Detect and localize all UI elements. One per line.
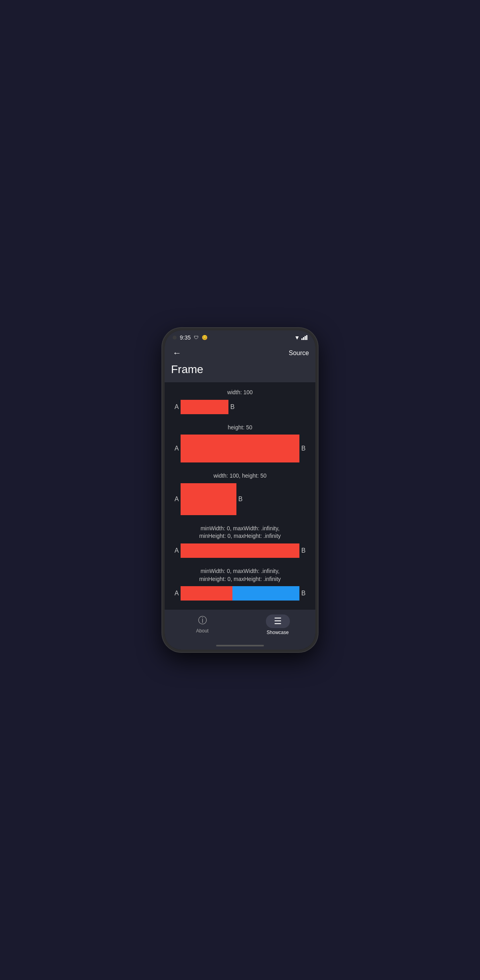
red-box-5 <box>181 586 232 601</box>
status-time: 9:35 <box>180 334 191 341</box>
showcase-icon-bg: ☰ <box>266 614 290 628</box>
nav-item-showcase[interactable]: ☰ Showcase <box>240 613 315 637</box>
home-indicator <box>165 645 315 650</box>
about-icon-bg: ⓘ <box>198 614 207 626</box>
demo-row-1: A B <box>165 400 315 414</box>
demo-section-4: minWidth: 0, maxWidth: .infinity,minHeig… <box>165 525 315 558</box>
camera-dot <box>173 336 177 340</box>
label-b-2: B <box>299 445 307 452</box>
showcase-icon: ☰ <box>274 616 282 626</box>
label-b-1: B <box>228 403 236 411</box>
app-bar: ← Source Frame <box>165 343 315 382</box>
shield-icon: 🛡 <box>194 335 199 340</box>
demo-section-1: width: 100 A B <box>165 389 315 414</box>
page-title: Frame <box>171 363 309 376</box>
demo-section-3: width: 100, height: 50 A B <box>165 472 315 515</box>
red-box-4 <box>181 543 299 558</box>
label-b-3: B <box>236 496 244 503</box>
phone-shell: 9:35 🛡 😊 ▼ ← Source Frame width: 100 <box>162 328 318 652</box>
label-a-5: A <box>173 590 181 597</box>
label-a-1: A <box>173 403 181 411</box>
demo-label-4: minWidth: 0, maxWidth: .infinity,minHeig… <box>165 525 315 540</box>
demo-row-2: A B <box>165 435 315 462</box>
demo-section-2: height: 50 A B <box>165 424 315 463</box>
label-b-4: B <box>299 547 307 554</box>
main-content[interactable]: width: 100 A B height: 50 A B width: 100… <box>165 382 315 610</box>
home-bar <box>216 645 264 646</box>
demo-section-5: minWidth: 0, maxWidth: .infinity,minHeig… <box>165 567 315 601</box>
demo-row-3: A B <box>165 483 315 515</box>
status-bar: 9:35 🛡 😊 ▼ <box>165 330 315 343</box>
status-icons: ▼ <box>294 334 307 341</box>
demo-label-5: minWidth: 0, maxWidth: .infinity,minHeig… <box>165 567 315 583</box>
demo-row-5: A B <box>165 586 315 601</box>
red-box-2 <box>181 435 299 462</box>
back-button[interactable]: ← <box>171 346 183 360</box>
app-bar-top: ← Source <box>171 346 309 360</box>
label-b-5: B <box>299 590 307 597</box>
status-left: 9:35 🛡 😊 <box>173 334 208 341</box>
demo-label-3: width: 100, height: 50 <box>165 472 315 480</box>
demo-label-2: height: 50 <box>165 424 315 432</box>
bottom-nav: ⓘ About ☰ Showcase <box>165 610 315 645</box>
showcase-label: Showcase <box>267 630 289 635</box>
red-box-3 <box>181 483 236 515</box>
source-button[interactable]: Source <box>289 350 309 357</box>
demo-row-4: A B <box>165 543 315 558</box>
label-a-2: A <box>173 445 181 452</box>
label-a-4: A <box>173 547 181 554</box>
demo-label-1: width: 100 <box>165 389 315 397</box>
blue-box-5 <box>232 586 299 601</box>
about-label: About <box>196 628 209 634</box>
nav-item-about[interactable]: ⓘ About <box>165 613 240 637</box>
face-icon: 😊 <box>202 335 208 340</box>
wifi-icon: ▼ <box>294 334 300 341</box>
label-a-3: A <box>173 496 181 503</box>
signal-icon <box>301 335 307 340</box>
red-box-1 <box>181 400 228 414</box>
about-icon: ⓘ <box>198 615 207 625</box>
